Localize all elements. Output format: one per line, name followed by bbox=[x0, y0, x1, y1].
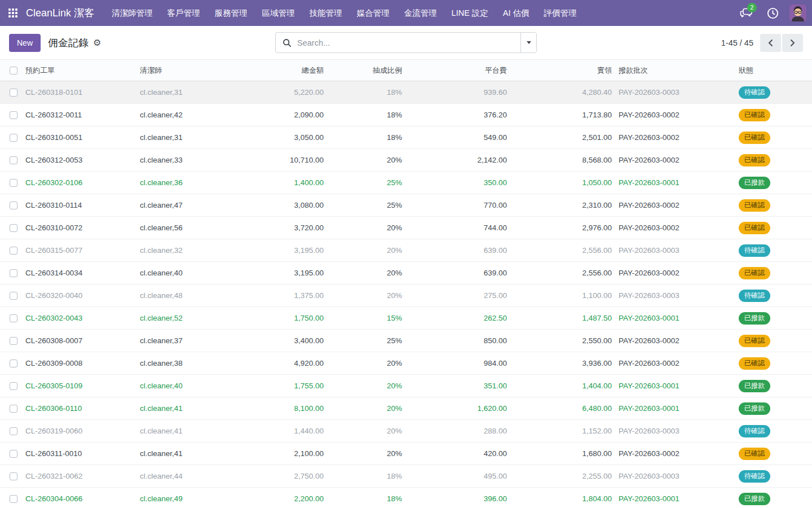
table-row[interactable]: CL-260321-0062cl.cleaner,442,750.0018%49… bbox=[0, 465, 812, 488]
search-input[interactable] bbox=[292, 33, 520, 52]
menu-item-7[interactable]: 金流管理 bbox=[397, 0, 444, 26]
brand-title[interactable]: CleanLink 潔客 bbox=[26, 6, 94, 20]
cell-rate[interactable]: 20% bbox=[324, 217, 403, 239]
cell-rate[interactable]: 25% bbox=[324, 194, 403, 217]
cell-status[interactable]: 已確認 bbox=[732, 194, 812, 217]
cell-row-select[interactable] bbox=[0, 104, 23, 126]
cell-rate[interactable]: 18% bbox=[324, 126, 403, 149]
cell-net[interactable]: 2,501.00 bbox=[508, 126, 612, 149]
cell-net[interactable]: 3,936.00 bbox=[508, 352, 612, 375]
cell-cleaner[interactable]: cl.cleaner,31 bbox=[135, 126, 240, 149]
cell-fee[interactable]: 495.00 bbox=[403, 465, 508, 488]
row-checkbox[interactable] bbox=[10, 111, 17, 119]
cell-status[interactable]: 待確認 bbox=[732, 284, 812, 307]
cell-batch[interactable]: PAY-202603-0001 bbox=[612, 488, 732, 508]
column-header-4[interactable]: 抽成比例 bbox=[324, 60, 403, 81]
cell-rate[interactable]: 20% bbox=[324, 443, 403, 465]
cell-fee[interactable]: 376.20 bbox=[403, 104, 508, 126]
cell-cleaner[interactable]: cl.cleaner,48 bbox=[135, 284, 240, 307]
cell-order[interactable]: CL-260311-0010 bbox=[23, 443, 135, 465]
cell-net[interactable]: 1,152.00 bbox=[508, 420, 612, 443]
table-row[interactable]: CL-260302-0106cl.cleaner,361,400.0025%35… bbox=[0, 172, 812, 194]
menu-item-1[interactable]: 清潔師管理 bbox=[104, 0, 160, 26]
row-checkbox[interactable] bbox=[10, 360, 17, 367]
cell-rate[interactable]: 20% bbox=[324, 397, 403, 420]
cell-total[interactable]: 1,755.00 bbox=[240, 375, 324, 397]
cell-status[interactable]: 已確認 bbox=[732, 104, 812, 126]
cell-status[interactable]: 已確認 bbox=[732, 262, 812, 284]
table-row[interactable]: CL-260311-0010cl.cleaner,412,100.0020%42… bbox=[0, 443, 812, 465]
cell-batch[interactable]: PAY-202603-0002 bbox=[612, 352, 732, 375]
cell-row-select[interactable] bbox=[0, 465, 23, 488]
cell-row-select[interactable] bbox=[0, 126, 23, 149]
row-checkbox[interactable] bbox=[10, 450, 17, 458]
cell-cleaner[interactable]: cl.cleaner,47 bbox=[135, 194, 240, 217]
cell-cleaner[interactable]: cl.cleaner,41 bbox=[135, 443, 240, 465]
table-row[interactable]: CL-260304-0066cl.cleaner,492,200.0018%39… bbox=[0, 488, 812, 508]
table-row[interactable]: CL-260314-0034cl.cleaner,403,195.0020%63… bbox=[0, 262, 812, 284]
cell-cleaner[interactable]: cl.cleaner,42 bbox=[135, 104, 240, 126]
cell-cleaner[interactable]: cl.cleaner,38 bbox=[135, 352, 240, 375]
cell-row-select[interactable] bbox=[0, 262, 23, 284]
cell-batch[interactable]: PAY-202603-0002 bbox=[612, 330, 732, 352]
cell-total[interactable]: 3,050.00 bbox=[240, 126, 324, 149]
cell-cleaner[interactable]: cl.cleaner,33 bbox=[135, 149, 240, 172]
cell-order[interactable]: CL-260302-0106 bbox=[23, 172, 135, 194]
cell-order[interactable]: CL-260305-0109 bbox=[23, 375, 135, 397]
cell-order[interactable]: CL-260309-0008 bbox=[23, 352, 135, 375]
cell-batch[interactable]: PAY-202603-0003 bbox=[612, 239, 732, 262]
cell-total[interactable]: 1,375.00 bbox=[240, 284, 324, 307]
row-checkbox[interactable] bbox=[10, 472, 17, 480]
row-checkbox[interactable] bbox=[10, 314, 17, 322]
cell-net[interactable]: 1,804.00 bbox=[508, 488, 612, 508]
cell-cleaner[interactable]: cl.cleaner,31 bbox=[135, 81, 240, 104]
column-header-8[interactable]: 狀態 bbox=[732, 60, 812, 81]
cell-rate[interactable]: 18% bbox=[324, 104, 403, 126]
cell-batch[interactable]: PAY-202603-0001 bbox=[612, 375, 732, 397]
cell-total[interactable]: 10,710.00 bbox=[240, 149, 324, 172]
cell-fee[interactable]: 770.00 bbox=[403, 194, 508, 217]
cell-rate[interactable]: 20% bbox=[324, 352, 403, 375]
user-avatar[interactable] bbox=[789, 5, 806, 21]
cell-batch[interactable]: PAY-202603-0003 bbox=[612, 284, 732, 307]
menu-item-6[interactable]: 媒合管理 bbox=[350, 0, 397, 26]
cell-cleaner[interactable]: cl.cleaner,56 bbox=[135, 217, 240, 239]
cell-order[interactable]: CL-260318-0101 bbox=[23, 81, 135, 104]
cell-net[interactable]: 1,487.50 bbox=[508, 307, 612, 330]
cell-total[interactable]: 2,750.00 bbox=[240, 465, 324, 488]
cell-net[interactable]: 2,255.00 bbox=[508, 465, 612, 488]
cell-fee[interactable]: 744.00 bbox=[403, 217, 508, 239]
cell-fee[interactable]: 939.60 bbox=[403, 81, 508, 104]
cell-batch[interactable]: PAY-202603-0002 bbox=[612, 262, 732, 284]
table-row[interactable]: CL-260310-0114cl.cleaner,473,080.0025%77… bbox=[0, 194, 812, 217]
cell-cleaner[interactable]: cl.cleaner,41 bbox=[135, 420, 240, 443]
cell-order[interactable]: CL-260302-0043 bbox=[23, 307, 135, 330]
cell-cleaner[interactable]: cl.cleaner,52 bbox=[135, 307, 240, 330]
cell-total[interactable]: 2,090.00 bbox=[240, 104, 324, 126]
pager-prev-button[interactable] bbox=[760, 34, 781, 52]
cell-order[interactable]: CL-260306-0110 bbox=[23, 397, 135, 420]
pager-next-button[interactable] bbox=[782, 34, 803, 52]
row-checkbox[interactable] bbox=[10, 427, 17, 435]
menu-item-3[interactable]: 服務管理 bbox=[208, 0, 255, 26]
cell-batch[interactable]: PAY-202603-0002 bbox=[612, 126, 732, 149]
cell-fee[interactable]: 1,620.00 bbox=[403, 397, 508, 420]
cell-batch[interactable]: PAY-202603-0002 bbox=[612, 217, 732, 239]
cell-order[interactable]: CL-260315-0077 bbox=[23, 239, 135, 262]
cell-cleaner[interactable]: cl.cleaner,41 bbox=[135, 397, 240, 420]
cell-rate[interactable]: 25% bbox=[324, 172, 403, 194]
cell-fee[interactable]: 396.00 bbox=[403, 488, 508, 508]
cell-status[interactable]: 已撥款 bbox=[732, 375, 812, 397]
cell-order[interactable]: CL-260304-0066 bbox=[23, 488, 135, 508]
cell-total[interactable]: 8,100.00 bbox=[240, 397, 324, 420]
cell-fee[interactable]: 420.00 bbox=[403, 443, 508, 465]
cell-order[interactable]: CL-260312-0053 bbox=[23, 149, 135, 172]
cell-cleaner[interactable]: cl.cleaner,32 bbox=[135, 239, 240, 262]
table-row[interactable]: CL-260312-0053cl.cleaner,3310,710.0020%2… bbox=[0, 149, 812, 172]
row-checkbox[interactable] bbox=[10, 337, 17, 345]
table-row[interactable]: CL-260319-0060cl.cleaner,411,440.0020%28… bbox=[0, 420, 812, 443]
cell-batch[interactable]: PAY-202603-0003 bbox=[612, 420, 732, 443]
cell-rate[interactable]: 20% bbox=[324, 420, 403, 443]
cell-fee[interactable]: 2,142.00 bbox=[403, 149, 508, 172]
cell-batch[interactable]: PAY-202603-0003 bbox=[612, 465, 732, 488]
